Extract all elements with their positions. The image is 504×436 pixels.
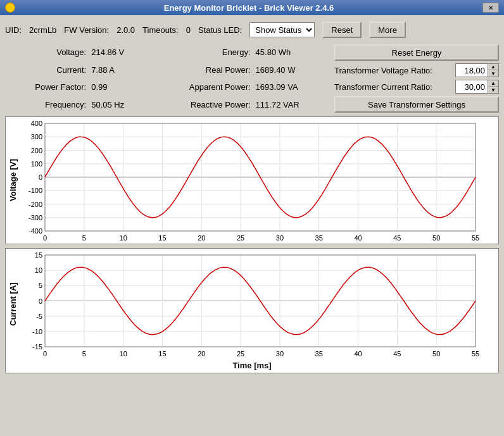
transformer-voltage-input[interactable] [456, 65, 488, 76]
title-bar: Energy Monitor Bricklet - Brick Viewer 2… [0, 0, 504, 15]
status-led-label: Status LED: [198, 25, 242, 35]
fw-value: 2.0.0 [117, 25, 135, 35]
apparent-power-value: 1693.09 VA [256, 82, 329, 92]
voltage-chart-area [20, 117, 498, 244]
info-panel: Voltage: 214.86 V Energy: 45.80 Wh Curre… [5, 44, 499, 113]
transformer-current-row: Transformer Current Ratio: ▲ ▼ [334, 80, 499, 94]
spinner-up[interactable]: ▲ [488, 64, 498, 70]
transformer-voltage-label: Transformer Voltage Ratio: [334, 66, 453, 75]
current-chart-area [20, 249, 498, 359]
current-chart-wrapper: Current [A] [6, 249, 498, 359]
real-power-value: 1689.40 W [256, 65, 329, 75]
uid-value: 2crmLb [29, 25, 56, 35]
window-title: Energy Monitor Bricklet - Brick Viewer 2… [15, 3, 482, 13]
voltage-canvas [20, 117, 482, 244]
current-canvas [20, 249, 482, 359]
close-button[interactable]: ✕ [482, 3, 499, 13]
voltage-chart-wrapper: Voltage [V] [6, 117, 498, 244]
x-axis-label: Time [ms] [6, 359, 498, 373]
energy-label: Energy: [159, 47, 250, 57]
voltage-label: Voltage: [5, 47, 86, 57]
frequency-label: Frequency: [5, 100, 86, 109]
main-content: UID: 2crmLb FW Version: 2.0.0 Timeouts: … [0, 15, 504, 381]
transformer-current-spinner[interactable]: ▲ ▼ [455, 80, 499, 94]
transformer-current-label: Transformer Current Ratio: [334, 82, 453, 92]
save-transformer-button[interactable]: Save Transformer Settings [334, 96, 499, 113]
info-left: Voltage: 214.86 V Energy: 45.80 Wh Curre… [5, 44, 329, 113]
reactive-power-label: Reactive Power: [159, 100, 250, 109]
current-y-label: Current [A] [6, 249, 20, 359]
timeouts-label: Timeouts: [142, 25, 179, 35]
transformer-current-input[interactable] [456, 82, 488, 92]
fw-label: FW Version: [64, 25, 109, 35]
reset-energy-button[interactable]: Reset Energy [334, 44, 499, 61]
power-factor-value: 0.99 [91, 82, 154, 92]
power-factor-label: Power Factor: [5, 82, 86, 92]
timeouts-value: 0 [186, 25, 191, 35]
current-label: Current: [5, 65, 86, 75]
more-button[interactable]: More [369, 22, 406, 38]
current-value: 7.88 A [91, 65, 154, 75]
real-power-label: Real Power: [159, 65, 250, 75]
reactive-power-value: 111.72 VAR [256, 100, 329, 109]
current-spinner-down[interactable]: ▼ [488, 87, 498, 93]
reset-button[interactable]: Reset [322, 22, 362, 38]
transformer-voltage-spinner[interactable]: ▲ ▼ [455, 63, 499, 77]
info-right: Reset Energy Transformer Voltage Ratio: … [334, 44, 499, 113]
spinner-buttons: ▲ ▼ [488, 64, 498, 77]
uid-label: UID: [5, 25, 22, 35]
top-bar: UID: 2crmLb FW Version: 2.0.0 Timeouts: … [5, 19, 499, 40]
energy-value: 45.80 Wh [256, 47, 329, 57]
spinner-down[interactable]: ▼ [488, 70, 498, 77]
voltage-value: 214.86 V [91, 47, 154, 57]
current-chart: Current [A] Time [ms] [5, 248, 499, 373]
current-spinner-up[interactable]: ▲ [488, 80, 498, 87]
frequency-value: 50.05 Hz [91, 100, 154, 109]
app-icon [5, 3, 15, 13]
transformer-voltage-row: Transformer Voltage Ratio: ▲ ▼ [334, 63, 499, 77]
voltage-y-label: Voltage [V] [6, 117, 20, 244]
status-led-select[interactable]: Show Status [249, 22, 315, 37]
apparent-power-label: Apparent Power: [159, 82, 250, 92]
voltage-chart: Voltage [V] [5, 116, 499, 244]
current-spinner-buttons: ▲ ▼ [488, 80, 498, 93]
